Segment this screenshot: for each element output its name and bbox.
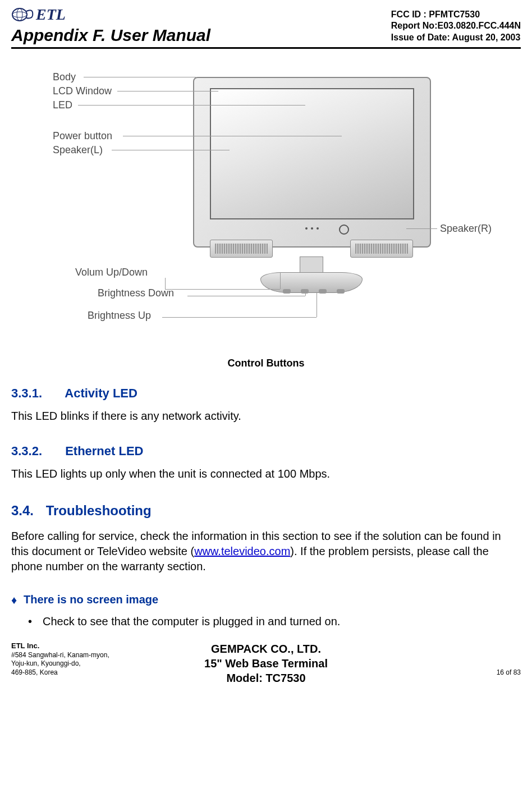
svg-point-1 <box>12 12 27 17</box>
section-title: Ethernet LED <box>65 444 143 458</box>
company-logo: ETL <box>11 6 210 24</box>
televideo-link[interactable]: www.televideo.com <box>194 545 290 557</box>
bullet-check-plugged-in: Check to see that the computer is plugge… <box>11 615 521 628</box>
section-number: 3.3.2. <box>11 444 62 459</box>
heading-3-4: 3.4. Troubleshooting <box>11 503 521 519</box>
footer-center: GEMPACK CO., LTD. 15" Web Base Terminal … <box>204 642 328 685</box>
power-button-graphic <box>339 224 349 235</box>
led-indicators <box>305 227 319 230</box>
figure-caption: Control Buttons <box>11 358 521 369</box>
body-3-4: Before calling for service, check the in… <box>11 529 521 574</box>
header-right: FCC ID : PFMTC7530 Report No:E03.0820.FC… <box>391 9 521 45</box>
monitor-illustration <box>193 77 429 290</box>
heading-3-3-2: 3.3.2. Ethernet LED <box>11 444 521 459</box>
page-footer: ETL Inc. #584 Sangwhal-ri, Kanam-myon, Y… <box>11 638 521 677</box>
label-body: Body <box>53 71 76 83</box>
issue-date: Issue of Date: August 20, 2003 <box>391 32 521 44</box>
header-divider <box>11 47 521 49</box>
label-led: LED <box>53 99 72 111</box>
footer-company: ETL Inc. <box>11 642 109 651</box>
footer-address-3: 469-885, Korea <box>11 668 109 677</box>
header-left: ETL Appendix F. User Manual <box>11 6 210 45</box>
label-lcd-window: LCD Window <box>53 85 112 97</box>
monitor-stand <box>260 256 361 301</box>
page-title: Appendix F. User Manual <box>11 26 210 45</box>
svg-point-2 <box>17 8 22 21</box>
footer-product: 15" Web Base Terminal <box>204 656 328 671</box>
document-page: ETL Appendix F. User Manual FCC ID : PFM… <box>0 0 532 689</box>
heading-3-3-1: 3.3.1. Activity LED <box>11 386 521 401</box>
footer-left: ETL Inc. #584 Sangwhal-ri, Kanam-myon, Y… <box>11 642 109 677</box>
body-3-3-1: This LED blinks if there is any network … <box>11 409 521 424</box>
footer-address-2: Yoju-kun, Kyounggi-do, <box>11 659 109 668</box>
page-number: 16 of 83 <box>497 668 521 677</box>
label-volume: Volum Up/Down <box>75 267 148 278</box>
label-speaker-left: Speaker(L) <box>53 144 103 156</box>
section-number: 3.3.1. <box>11 386 62 401</box>
page-header: ETL Appendix F. User Manual FCC ID : PFM… <box>11 6 521 45</box>
label-speaker-right: Speaker(R) <box>440 223 492 235</box>
footer-model: Model: TC7530 <box>204 671 328 685</box>
speaker-left-graphic <box>210 240 273 258</box>
diamond-no-screen-image: There is no screen image <box>11 593 521 606</box>
section-number: 3.4. <box>11 503 42 519</box>
footer-address-1: #584 Sangwhal-ri, Kanam-myon, <box>11 651 109 660</box>
footer-manufacturer: GEMPACK CO., LTD. <box>204 642 328 656</box>
svg-point-0 <box>12 8 27 21</box>
section-title: Activity LED <box>65 386 137 400</box>
label-brightness-up: Brightness Up <box>88 310 151 322</box>
fcc-id: FCC ID : PFMTC7530 <box>391 9 521 21</box>
label-power-button: Power button <box>53 130 112 142</box>
section-title: Troubleshooting <box>46 503 152 518</box>
monitor-screen <box>210 88 414 219</box>
logo-text: ETL <box>36 6 66 24</box>
globe-icon <box>11 7 34 22</box>
monitor-diagram: Body LCD Window LED Power button Speaker… <box>36 71 496 346</box>
control-buttons-graphic <box>283 289 345 294</box>
speaker-right-graphic <box>350 240 413 258</box>
report-no: Report No:E03.0820.FCC.444N <box>391 20 521 32</box>
body-3-3-2: This LED lights up only when the unit is… <box>11 466 521 482</box>
label-brightness-down: Brightness Down <box>98 287 174 299</box>
